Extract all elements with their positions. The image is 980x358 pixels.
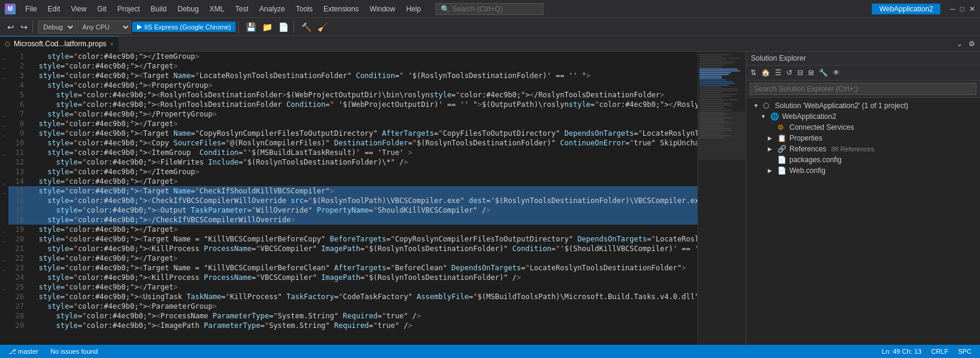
fold-arrow[interactable]: −: [0, 73, 8, 83]
build-button[interactable]: 🔨: [299, 21, 314, 33]
fold-arrow[interactable]: [0, 169, 8, 179]
fold-arrow[interactable]: −: [0, 189, 8, 198]
fold-arrow[interactable]: −: [0, 265, 8, 275]
se-properties-item[interactable]: ▶ 📋 Properties: [746, 133, 980, 144]
fold-arrow[interactable]: [0, 93, 8, 102]
se-preview-button[interactable]: 👁: [831, 67, 842, 78]
se-expand-button[interactable]: ⊞: [806, 67, 816, 78]
project-icon: 🌐: [770, 112, 780, 121]
menu-test[interactable]: Test: [230, 4, 253, 14]
expand-arrow-project[interactable]: ▼: [761, 114, 768, 120]
minimize-button[interactable]: ─: [950, 5, 955, 13]
search-input[interactable]: [452, 5, 530, 13]
redo-button[interactable]: ↪: [18, 21, 30, 33]
fold-arrow[interactable]: [0, 217, 8, 227]
active-tab[interactable]: ⬡ Microsoft.Cod...latform.props ×: [0, 36, 119, 52]
minimap-viewport[interactable]: [698, 112, 746, 160]
menu-git[interactable]: Git: [93, 4, 111, 14]
se-connected-services-item[interactable]: ⚙ Connected Services: [746, 122, 980, 133]
menu-window[interactable]: Window: [365, 4, 400, 14]
close-button[interactable]: ✕: [969, 5, 975, 13]
menu-edit[interactable]: Edit: [43, 4, 65, 14]
expand-arrow-props[interactable]: ▶: [768, 135, 775, 141]
open-button[interactable]: 📁: [260, 21, 275, 33]
tab-close-button[interactable]: ×: [110, 41, 114, 47]
search-icon: 🔍: [441, 5, 450, 13]
fold-arrow[interactable]: [0, 83, 8, 93]
maximize-button[interactable]: □: [960, 5, 964, 13]
menu-file[interactable]: File: [20, 4, 41, 14]
encoding-indicator[interactable]: CRLF: [928, 348, 952, 355]
code-line: 15 style="color:#4ec9b0;"><Target Name="…: [8, 186, 697, 196]
clean-button[interactable]: 🧹: [315, 21, 330, 33]
menu-xml[interactable]: XML: [205, 4, 230, 14]
se-project-item[interactable]: ▼ 🌐 WebApplication2: [746, 111, 980, 122]
expand-arrow-solution[interactable]: ▼: [753, 103, 761, 109]
se-solution-item[interactable]: ▼ ⬡ Solution 'WebApplication2' (1 of 1 p…: [746, 100, 980, 111]
fold-arrow[interactable]: [0, 160, 8, 169]
menu-tools[interactable]: Tools: [291, 4, 317, 14]
fold-arrow[interactable]: −: [0, 121, 8, 131]
se-filter-button[interactable]: ☰: [773, 67, 783, 78]
tab-settings-button[interactable]: ⚙: [966, 38, 978, 49]
fold-arrow[interactable]: [0, 208, 8, 217]
debug-config-select[interactable]: Debug: [38, 20, 76, 34]
fold-arrow[interactable]: [0, 304, 8, 314]
code-editor[interactable]: 1 style="color:#4ec9b0;"></ItemGroup>2 s…: [8, 52, 697, 345]
se-refresh-button[interactable]: ↺: [785, 67, 794, 78]
se-search-input[interactable]: [750, 83, 976, 95]
menu-build[interactable]: Build: [146, 4, 172, 14]
status-bar: ⎇ master No issues found Ln: 49 Ch: 13 C…: [0, 345, 980, 358]
fold-arrow[interactable]: −: [0, 64, 8, 73]
se-collapse-button[interactable]: ⊟: [795, 67, 805, 78]
save-button[interactable]: 💾: [243, 21, 259, 33]
new-file-button[interactable]: 📄: [276, 21, 291, 33]
fold-arrow[interactable]: [0, 275, 8, 285]
fold-arrow[interactable]: −: [0, 179, 8, 189]
fold-arrow[interactable]: [0, 246, 8, 256]
se-references-item[interactable]: ▶ 🔗 References 88 References: [746, 144, 980, 154]
fold-arrow[interactable]: [0, 198, 8, 208]
indent-indicator[interactable]: SPC: [954, 348, 975, 355]
tab-overflow-button[interactable]: ⌄: [954, 38, 965, 49]
code-line: 9 style="color:#4ec9b0;"><Target Name="C…: [8, 129, 697, 138]
fold-arrow[interactable]: −: [0, 54, 8, 64]
code-line: 27 style="color:#4ec9b0;"><ParameterGrou…: [8, 302, 697, 311]
platform-select[interactable]: Any CPU: [77, 20, 131, 34]
se-packages-item[interactable]: 📄 packages.config: [746, 154, 980, 165]
solution-explorer-label: Solution Explorer: [751, 54, 806, 62]
menu-view[interactable]: View: [66, 4, 91, 14]
fold-arrow[interactable]: −: [0, 237, 8, 246]
fold-arrow[interactable]: −: [0, 256, 8, 265]
se-home-button[interactable]: 🏠: [759, 67, 772, 78]
fold-arrow[interactable]: −: [0, 227, 8, 237]
fold-arrow[interactable]: −: [0, 150, 8, 160]
fold-arrow[interactable]: [0, 102, 8, 112]
menu-analyze[interactable]: Analyze: [254, 4, 290, 14]
menu-help[interactable]: Help: [401, 4, 426, 14]
menu-debug[interactable]: Debug: [173, 4, 203, 14]
expand-arrow-refs[interactable]: ▶: [768, 146, 775, 152]
expand-arrow-wc[interactable]: ▶: [768, 168, 775, 174]
line-col-indicator[interactable]: Ln: 49 Ch: 13: [878, 348, 925, 355]
line-number: 7: [8, 109, 30, 119]
fold-arrow[interactable]: −: [0, 112, 8, 121]
line-content: style="color:#4ec9b0;"></Target>: [30, 119, 697, 129]
git-branch-indicator[interactable]: ⎇ master: [5, 348, 42, 356]
global-search[interactable]: 🔍: [435, 3, 544, 15]
fold-arrow[interactable]: −: [0, 131, 8, 141]
fold-arrow[interactable]: [0, 294, 8, 304]
run-button[interactable]: ▶ IIS Express (Google Chrome): [132, 22, 236, 32]
line-content: style="color:#4ec9b0;"></ItemGroup>: [30, 52, 697, 61]
menu-project[interactable]: Project: [112, 4, 144, 14]
se-webconfig-item[interactable]: ▶ 📄 Web.config: [746, 165, 980, 176]
fold-arrow[interactable]: −: [0, 285, 8, 294]
se-sync-button[interactable]: ⇅: [749, 67, 758, 78]
se-properties-button[interactable]: 🔧: [817, 67, 830, 78]
undo-button[interactable]: ↩: [5, 21, 17, 33]
fold-arrow[interactable]: [0, 323, 8, 333]
line-content: style="color:#4ec9b0;"><RoslynToolsDesti…: [30, 90, 697, 100]
fold-arrow[interactable]: [0, 314, 8, 323]
menu-extensions[interactable]: Extensions: [319, 4, 364, 14]
fold-arrow[interactable]: [0, 141, 8, 150]
